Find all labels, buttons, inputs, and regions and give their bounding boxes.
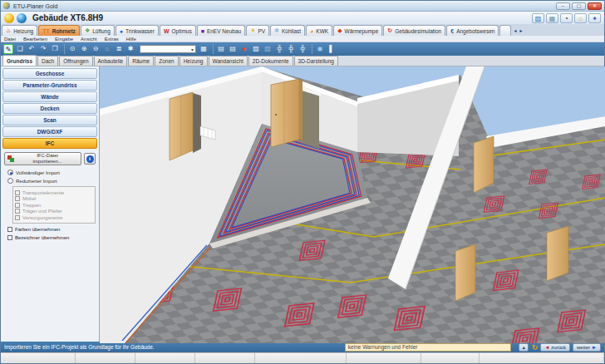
column-icon[interactable]: ▌: [327, 44, 337, 54]
edit-pencil-icon[interactable]: ✎: [3, 44, 13, 54]
minimize-button[interactable]: –: [556, 2, 570, 10]
redo-icon[interactable]: ↷: [38, 44, 48, 54]
wood-door-lower[interactable]: [455, 244, 475, 301]
back-button[interactable]: ◄ zurück: [540, 343, 570, 352]
app-icon: [3, 2, 10, 9]
checkbox-transportelemente[interactable]: Transportelemente: [15, 190, 93, 195]
tab-waermepumpe[interactable]: ◆Wärmepumpe: [333, 25, 382, 36]
menu-extras[interactable]: Extras: [105, 37, 119, 42]
scale-combobox[interactable]: ▾: [140, 45, 196, 53]
tab-rohrnetz[interactable]: TTRohrnetz: [38, 25, 80, 36]
sidebar-item-geschosse[interactable]: Geschosse: [2, 68, 97, 79]
pipe-network3-icon[interactable]: ╬: [298, 44, 307, 54]
info-button[interactable]: i: [84, 153, 96, 165]
tab-pv[interactable]: ☀PV: [246, 25, 269, 36]
grid-icon[interactable]: ▦: [199, 44, 209, 54]
sidebar-item-scan[interactable]: Scan: [2, 115, 97, 125]
3d-viewport[interactable]: [100, 66, 605, 342]
quick-form-icon[interactable]: ▦: [546, 13, 558, 23]
menu-bearbeiten[interactable]: Bearbeiten: [23, 37, 47, 42]
ribbon-tab-bar: ♨Heizung TTRohrnetz ❖Lüftung ●Trinkwasse…: [1, 24, 604, 36]
radio-reduced-import[interactable]: Reduzierter Import: [7, 178, 96, 184]
undo-icon[interactable]: ↶: [27, 44, 37, 54]
tab-trinkwasser[interactable]: ●Trinkwasser: [116, 25, 159, 36]
tab-kwk[interactable]: ◕KWK: [306, 25, 332, 36]
open-project-icon[interactable]: ▤: [216, 44, 226, 54]
effects-icon[interactable]: ✱: [125, 44, 135, 54]
quick-compass-icon[interactable]: ✦: [588, 13, 601, 23]
tab-kuehllast[interactable]: ❄Kühllast: [270, 25, 305, 36]
sidebar-item-ifc[interactable]: IFC: [2, 138, 97, 149]
menu-ansicht[interactable]: Ansicht: [81, 37, 97, 42]
wood-door-right-mid[interactable]: [547, 226, 568, 281]
app-header: Gebäude XT6.8H9 ▨ ▦ ◔ ⌂ ✦: [1, 12, 604, 24]
radio-full-import[interactable]: Vollständiger Import: [7, 170, 96, 175]
checkbox-traeger-und-pfeiler[interactable]: Träger und Pfeiler: [15, 209, 93, 214]
menu-eingabe[interactable]: Eingabe: [55, 37, 73, 42]
doctab-2d-dokumente[interactable]: 2D-Dokumente: [248, 56, 293, 66]
browser-icon[interactable]: ◉: [315, 44, 325, 54]
tab-scroll-right-icon[interactable]: ▸: [518, 27, 524, 33]
pipe-network2-icon[interactable]: ╬: [286, 44, 296, 54]
toolbar-separator: [64, 44, 65, 54]
menu-hilfe[interactable]: Hilfe: [126, 37, 136, 42]
checkbox-versorgungsnetze[interactable]: Versorgungsnetze: [15, 215, 93, 220]
doctab-raeume[interactable]: Räume: [128, 56, 154, 66]
doctab-dach[interactable]: Dach: [37, 56, 58, 66]
settings-sun-icon[interactable]: ☼: [102, 44, 112, 54]
doctab-anbauteile[interactable]: Anbauteile: [94, 56, 128, 66]
doctab-wandansicht[interactable]: Wandansicht: [209, 56, 248, 66]
doctab-zonen[interactable]: Zonen: [155, 56, 178, 66]
next-button[interactable]: weiter ►: [573, 343, 601, 352]
pipe-network-icon[interactable]: ╬: [274, 44, 284, 54]
paste-icon[interactable]: ❐: [50, 44, 60, 54]
tab-scroll-left-icon[interactable]: ◂: [512, 27, 518, 33]
tab-heizung[interactable]: ♨Heizung: [2, 25, 37, 36]
quick-clock-icon[interactable]: ◔: [560, 13, 573, 23]
alert-icon[interactable]: ●: [239, 44, 249, 54]
checkbox-farben-uebernehmen[interactable]: Farben übernehmen: [7, 227, 96, 232]
globe-icon[interactable]: [17, 13, 27, 23]
background-image-icon[interactable]: ▨: [251, 44, 261, 54]
app-menu-orb-icon[interactable]: [4, 13, 14, 23]
sidebar-item-dwg-dxf[interactable]: DWG/DXF: [2, 126, 97, 137]
checkbox-bezeichner-uebernehmen[interactable]: Bezeichner übernehmen: [7, 235, 96, 240]
wood-door-right-top[interactable]: [474, 136, 494, 193]
zoom-in-icon[interactable]: ⊕: [79, 44, 89, 54]
doctab-3d-darstellung[interactable]: 3D-Darstellung: [294, 56, 338, 66]
warnings-field[interactable]: keine Warnungen und Fehler: [345, 343, 511, 352]
sidebar-item-waende[interactable]: Wände: [2, 91, 97, 102]
checkbox-icon: [15, 190, 20, 195]
tab-optimus[interactable]: WOptimus: [160, 25, 196, 36]
checkbox-treppen[interactable]: Treppen: [15, 203, 93, 208]
maximize-button[interactable]: ▢: [572, 2, 586, 10]
refresh-icon[interactable]: ↻: [532, 343, 539, 352]
tab-angebotswesen[interactable]: €Angebotswesen: [446, 25, 499, 36]
shapes-dropdown-icon[interactable]: ❏: [15, 44, 25, 54]
project-title: Gebäude XT6.8H9: [32, 13, 530, 22]
doctab-grundriss[interactable]: Grundriss: [2, 55, 37, 66]
collapse-button[interactable]: ▴: [519, 343, 529, 352]
close-button[interactable]: ✕: [588, 2, 602, 10]
menu-datei[interactable]: Datei: [4, 37, 16, 42]
zoom-out-icon[interactable]: ⊖: [91, 44, 101, 54]
open-folder-icon[interactable]: ▤: [228, 44, 238, 54]
tab-lueftung[interactable]: ❖Lüftung: [81, 25, 115, 36]
tab-gebaeudesimulation[interactable]: ↻Gebäudesimulation: [383, 25, 445, 36]
reduced-import-options: Transportelemente Möbel Treppen Träger u…: [12, 186, 96, 224]
wood-door-open[interactable]: [271, 79, 299, 147]
view-mode-icon[interactable]: ▧: [263, 44, 273, 54]
doctab-heizung[interactable]: Heizung: [180, 56, 208, 66]
quick-home-icon[interactable]: ⌂: [574, 13, 587, 23]
quick-view-icon[interactable]: ▨: [532, 13, 544, 23]
title-bar: ETU-Planer Gold – ▢ ✕: [1, 1, 604, 12]
tab-overflow[interactable]: [499, 25, 511, 36]
ifc-import-button[interactable]: IFC-Dateiimportieren...: [4, 152, 81, 165]
doctab-oeffnungen[interactable]: Öffnungen: [59, 56, 92, 66]
sidebar-item-decken[interactable]: Decken: [2, 103, 97, 114]
zoom-window-icon[interactable]: ⊙: [67, 44, 77, 54]
sidebar-item-parameter-grundriss[interactable]: Parameter-Grundriss: [2, 80, 97, 91]
tab-enev-neubau[interactable]: ■EnEV Neubau: [197, 25, 245, 36]
layer-list-icon[interactable]: ≣: [114, 44, 124, 54]
checkbox-moebel[interactable]: Möbel: [15, 196, 93, 201]
